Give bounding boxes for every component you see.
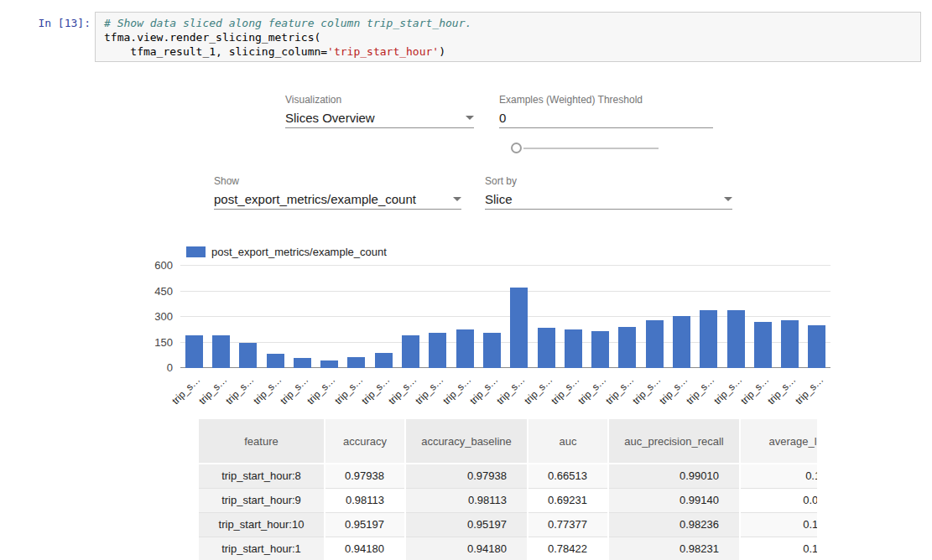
metric-value-cell: 0.1111 bbox=[740, 464, 817, 488]
bar[interactable] bbox=[429, 333, 446, 368]
y-axis: 0150300450600 bbox=[134, 266, 173, 368]
bar-slot bbox=[668, 266, 695, 368]
table-header-cell[interactable]: average_los bbox=[740, 419, 817, 464]
bar-slot bbox=[804, 266, 830, 368]
show-dropdown[interactable]: post_export_metrics/example_count bbox=[214, 189, 461, 210]
bar-slot bbox=[506, 266, 533, 368]
sort-by-dropdown[interactable]: Slice bbox=[485, 189, 732, 210]
threshold-label: Examples (Weighted) Threshold bbox=[499, 94, 643, 106]
bar[interactable] bbox=[808, 325, 825, 368]
bar[interactable] bbox=[646, 320, 664, 368]
y-tick-label: 0 bbox=[134, 362, 173, 374]
bar[interactable] bbox=[618, 327, 636, 368]
bar[interactable] bbox=[402, 335, 419, 368]
metric-value-cell: 0.77377 bbox=[528, 512, 608, 537]
metrics-table-body: trip_start_hour:80.979380.979380.665130.… bbox=[199, 464, 817, 560]
bar[interactable] bbox=[781, 320, 799, 368]
metric-value-cell: 0.66513 bbox=[528, 464, 608, 488]
bar[interactable] bbox=[538, 328, 555, 368]
table-header-cell[interactable]: accuracy bbox=[325, 419, 405, 464]
bar-slot bbox=[235, 266, 262, 368]
bar-slot bbox=[614, 266, 641, 368]
bar-slot bbox=[289, 266, 315, 368]
bar-slot bbox=[722, 266, 749, 368]
bar[interactable] bbox=[375, 353, 393, 368]
metric-value-cell: 0.95197 bbox=[325, 512, 405, 537]
table-header-cell[interactable]: auc bbox=[528, 419, 608, 464]
bar[interactable] bbox=[700, 310, 717, 368]
show-value: post_export_metrics/example_count bbox=[214, 192, 416, 206]
table-header-cell[interactable]: accuracy_baseline bbox=[405, 419, 528, 464]
visualization-value: Slices Overview bbox=[285, 111, 375, 125]
bar-slot bbox=[180, 266, 207, 368]
bar-slot bbox=[777, 266, 804, 368]
visualization-dropdown[interactable]: Slices Overview bbox=[285, 108, 474, 128]
table-row: trip_start_hour:90.981130.981130.692310.… bbox=[199, 488, 817, 512]
metric-value-cell: 0.98231 bbox=[608, 537, 740, 560]
bar[interactable] bbox=[727, 310, 745, 368]
feature-cell: trip_start_hour:1 bbox=[199, 537, 325, 560]
metric-value-cell: 0.99140 bbox=[608, 488, 740, 512]
bar[interactable] bbox=[239, 343, 257, 368]
bar[interactable] bbox=[565, 329, 582, 368]
bar[interactable] bbox=[267, 354, 284, 368]
metric-value-cell: 0.69231 bbox=[528, 488, 608, 512]
metric-value-cell: 0.94180 bbox=[405, 537, 528, 560]
code-line: tfma.view.render_slicing_metrics( bbox=[104, 30, 912, 44]
table-header-cell[interactable]: auc_precision_recall bbox=[608, 419, 740, 464]
sort-by-label: Sort by bbox=[485, 175, 517, 187]
x-label-slot: trip_s… bbox=[804, 371, 830, 405]
bar-slot bbox=[262, 266, 289, 368]
metrics-table: featureaccuracyaccuracy_baselineaucauc_p… bbox=[199, 419, 817, 560]
legend-swatch-icon bbox=[186, 246, 206, 257]
sort-by-value: Slice bbox=[485, 192, 513, 206]
bar-slot bbox=[586, 266, 613, 368]
visualization-label: Visualization bbox=[285, 94, 341, 106]
metric-value-cell: 0.97938 bbox=[405, 464, 528, 488]
threshold-slider-knob[interactable] bbox=[511, 143, 522, 153]
threshold-slider-track[interactable] bbox=[523, 148, 659, 149]
table-header-cell[interactable]: feature bbox=[199, 419, 325, 464]
chart-legend: post_export_metrics/example_count bbox=[186, 246, 387, 258]
chevron-down-icon bbox=[453, 197, 461, 201]
metrics-table-head-row: featureaccuracyaccuracy_baselineaucauc_p… bbox=[199, 419, 817, 464]
y-tick-label: 450 bbox=[134, 286, 173, 298]
bar-slot bbox=[315, 266, 342, 368]
bar[interactable] bbox=[510, 288, 528, 368]
metric-value-cell: 0.78422 bbox=[528, 537, 608, 560]
bar[interactable] bbox=[673, 316, 690, 368]
x-tick-label: trip_s… bbox=[169, 374, 202, 407]
threshold-input[interactable]: 0 bbox=[499, 108, 713, 128]
threshold-value: 0 bbox=[499, 111, 506, 125]
bar[interactable] bbox=[754, 322, 772, 368]
bar-slot bbox=[533, 266, 560, 368]
bar[interactable] bbox=[185, 335, 203, 368]
code-cell[interactable]: # Show data sliced along feature column … bbox=[95, 12, 921, 62]
metric-value-cell: 0.98113 bbox=[325, 488, 405, 512]
code-comment: # Show data sliced along feature column … bbox=[104, 16, 912, 30]
legend-label: post_export_metrics/example_count bbox=[211, 246, 387, 258]
bar-slot bbox=[451, 266, 478, 368]
y-tick-label: 600 bbox=[134, 260, 173, 272]
metric-value-cell: 0.95197 bbox=[405, 512, 528, 537]
bar[interactable] bbox=[212, 335, 230, 368]
bar[interactable] bbox=[320, 360, 338, 368]
chevron-down-icon bbox=[724, 197, 732, 201]
chevron-down-icon bbox=[466, 116, 474, 120]
bar-slot bbox=[478, 266, 505, 368]
bar[interactable] bbox=[456, 329, 474, 368]
table-row: trip_start_hour:10.941800.941800.784220.… bbox=[199, 537, 817, 560]
bar[interactable] bbox=[483, 333, 501, 368]
bar[interactable] bbox=[347, 357, 365, 368]
notebook-page: In [13]: # Show data sliced along featur… bbox=[0, 0, 932, 560]
bar-slot bbox=[749, 266, 776, 368]
bar-slot bbox=[397, 266, 424, 368]
code-line: tfma_result_1, slicing_column='trip_star… bbox=[104, 44, 912, 59]
plot-area bbox=[180, 266, 830, 368]
metric-value-cell: 0.1541 bbox=[740, 512, 817, 537]
cell-prompt: In [13]: bbox=[12, 17, 91, 29]
bar[interactable] bbox=[591, 331, 609, 368]
bar[interactable] bbox=[294, 358, 311, 368]
bar-chart: 0150300450600 trip_s…trip_s…trip_s…trip_… bbox=[134, 260, 830, 398]
bar-slot bbox=[207, 266, 234, 368]
